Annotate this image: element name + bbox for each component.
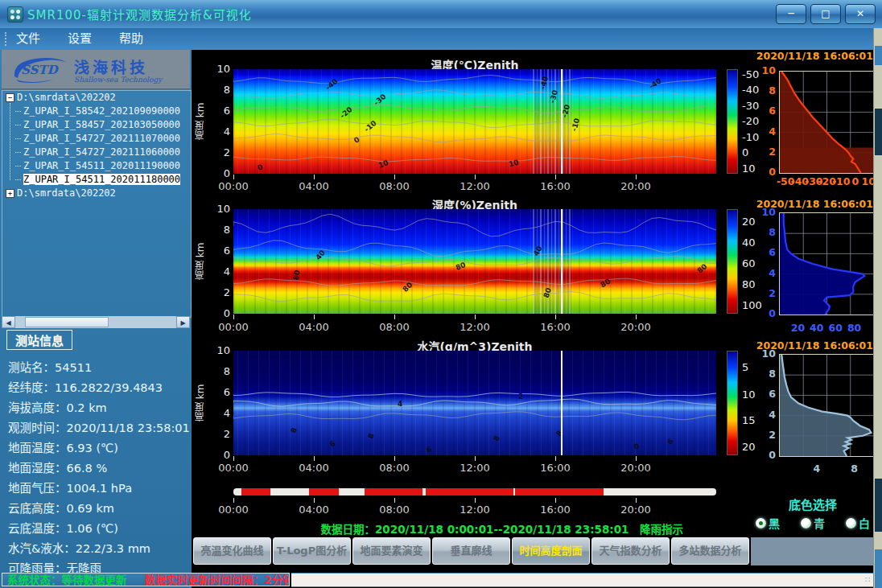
radio-dot-icon[interactable] <box>756 518 766 528</box>
rain-segment <box>241 488 270 495</box>
x-tick-mark <box>394 456 395 461</box>
tree-file-item-2[interactable]: Z_UPAR_I_54727_202111070000 <box>2 132 191 146</box>
collapse-icon[interactable]: − <box>6 93 14 102</box>
y-tick-label: 8 <box>212 84 230 96</box>
x-tick-mark <box>555 456 556 461</box>
svg-text:SSTD: SSTD <box>21 63 59 77</box>
profile-y-tick: 8 <box>755 226 776 238</box>
x-tick-label: 20:00 <box>612 321 660 333</box>
sidebar: SSTD 浅海科技 Shallow-sea Technology −D:\smr… <box>0 50 192 588</box>
profile-y-tick: 6 <box>755 105 776 117</box>
x-tick-mark <box>636 498 637 503</box>
station-info-row-5: 地面湿度：66.8 % <box>8 458 190 476</box>
sstd-logo-icon: SSTD <box>6 52 74 86</box>
rain-segment <box>309 488 339 495</box>
scroll-right-arrow-icon[interactable]: ▶ <box>176 316 190 328</box>
radio-dot-icon[interactable] <box>846 518 856 528</box>
app-window: SMR100-辐射计观测数据分析&可视化 ─ □ ✕ 文件设置帮助 SSTD 浅… <box>0 0 882 588</box>
profile-plot-1[interactable] <box>779 212 875 315</box>
menu-item-1[interactable]: 设置 <box>56 28 103 50</box>
time-cursor-line[interactable] <box>561 351 563 455</box>
x-tick-label: 12:00 <box>451 180 499 192</box>
x-tick-label: 16:00 <box>531 321 579 333</box>
profile-x-tick: 80 <box>842 322 868 334</box>
y-tick-label: 2 <box>212 428 230 440</box>
x-tick-label: 04:00 <box>290 180 338 192</box>
main-chart-area: 温度(℃)Zenith高度 km1086420-40-30-20-100-40-… <box>192 50 873 588</box>
x-tick-mark <box>314 175 315 179</box>
colorbar-1 <box>727 209 738 314</box>
menu-bar: 文件设置帮助 <box>0 28 882 50</box>
tree-root-1[interactable]: −D:\smrdata\202202 <box>2 91 191 105</box>
scrollbar-thumb[interactable] <box>25 317 109 327</box>
tab-4[interactable]: 时间高度剖面 <box>512 537 590 565</box>
x-tick-label: 08:00 <box>370 180 418 192</box>
profile-plot-2[interactable] <box>779 354 875 457</box>
x-tick-label: 08:00 <box>370 462 418 474</box>
profile-y-tick: 6 <box>755 246 776 258</box>
window-controls: ─ □ ✕ <box>776 4 876 24</box>
menu-item-2[interactable]: 帮助 <box>108 28 155 50</box>
station-info-header: 测站信息 <box>6 330 72 350</box>
heatmap-plot-0[interactable]: -40-30-20-100-40-30-20-1010100-40 <box>233 69 716 174</box>
close-button[interactable]: ✕ <box>845 4 876 24</box>
x-tick-mark <box>555 498 556 503</box>
tree-horizontal-scrollbar[interactable]: ◀ ▶ <box>2 316 190 328</box>
y-tick-label: 0 <box>212 167 230 179</box>
profile-plot-0[interactable] <box>779 71 875 174</box>
tree-file-item-4[interactable]: Z_UPAR_I_54511_202011190000 <box>2 159 191 173</box>
expand-icon[interactable]: + <box>6 189 14 198</box>
tree-file-item-0[interactable]: Z_UPAR_I_58542_202109090000 <box>2 105 191 118</box>
tree-root-label: D:\smrdata\202202 <box>17 92 116 103</box>
profile-y-tick: 10 <box>755 64 776 76</box>
tree-file-label: Z_UPAR_I_54727_202111060000 <box>23 146 180 158</box>
strip-segment <box>875 549 882 588</box>
rain-hint-label: 降雨指示 <box>640 520 683 537</box>
y-tick-label: 6 <box>212 105 230 117</box>
x-tick-mark <box>475 498 476 503</box>
x-tick-label: 16:00 <box>531 180 579 192</box>
tab-1[interactable]: T-LogP图分析 <box>273 537 351 565</box>
profile-y-tick: 4 <box>755 125 776 138</box>
tab-5[interactable]: 天气指数分析 <box>591 537 670 565</box>
y-tick-label: 0 <box>212 307 230 319</box>
station-info-row-6: 地面气压：1004.1 hPa <box>8 479 190 496</box>
status-bar: 系统状态：等待数据更新 数据实时更新时间间隔：2分钟 ∷ <box>0 572 882 588</box>
tree-file-item-3[interactable]: Z_UPAR_I_54727_202111060000 <box>2 146 191 159</box>
radio-dot-icon[interactable] <box>801 518 811 528</box>
tree-file-item-5[interactable]: Z_UPAR_I_54511_202011180000 <box>2 173 191 187</box>
resize-grip-icon[interactable]: ∷ <box>865 575 871 584</box>
x-tick-label: 12:00 <box>451 321 499 333</box>
maximize-button[interactable]: □ <box>810 4 841 24</box>
contour-label: 4 <box>398 400 402 408</box>
tab-row-filler <box>751 537 873 565</box>
y-tick-label: 0 <box>212 449 230 461</box>
tree-root-2[interactable]: +D:\smrdata\202202 <box>2 187 191 200</box>
minimize-button[interactable]: ─ <box>776 4 806 24</box>
tab-6[interactable]: 多站数据分析 <box>671 537 749 565</box>
heatmap-plot-1[interactable]: 4080804080808080 <box>233 209 716 314</box>
tab-3[interactable]: 垂直廓线 <box>432 537 510 565</box>
tab-2[interactable]: 地面要素演变 <box>352 537 431 565</box>
tab-0[interactable]: 亮温变化曲线 <box>193 537 271 565</box>
scroll-left-arrow-icon[interactable]: ◀ <box>2 316 15 328</box>
time-cursor-line[interactable] <box>561 209 563 314</box>
update-interval-text: 数据实时更新时间间隔：2分钟 <box>145 574 290 586</box>
bg-color-radio-0[interactable]: 黑 <box>756 515 780 531</box>
tree-file-item-1[interactable]: Z_UPAR_I_58457_202103050000 <box>2 118 191 132</box>
tree-file-label: Z_UPAR_I_54511_202011180000 <box>23 174 180 185</box>
rain-time-label: 12:00 <box>451 504 499 516</box>
profile-x-tick: 4 <box>804 463 830 475</box>
time-cursor-line[interactable] <box>561 69 563 174</box>
system-status-text: 系统状态：等待数据更新 <box>7 574 127 586</box>
scrollbar-track[interactable] <box>15 316 176 328</box>
menu-item-0[interactable]: 文件 <box>5 28 52 50</box>
y-tick-label: 6 <box>212 245 230 257</box>
rain-indicator-bar <box>233 488 716 495</box>
x-tick-mark <box>475 315 476 319</box>
bg-color-radio-1[interactable]: 青 <box>801 515 825 531</box>
bg-color-radio-2[interactable]: 白 <box>846 515 870 531</box>
heatmap-plot-2[interactable]: 2486868068 <box>233 351 716 455</box>
company-logo: SSTD 浅海科技 Shallow-sea Technology <box>2 50 190 89</box>
y-tick-label: 6 <box>212 386 230 398</box>
